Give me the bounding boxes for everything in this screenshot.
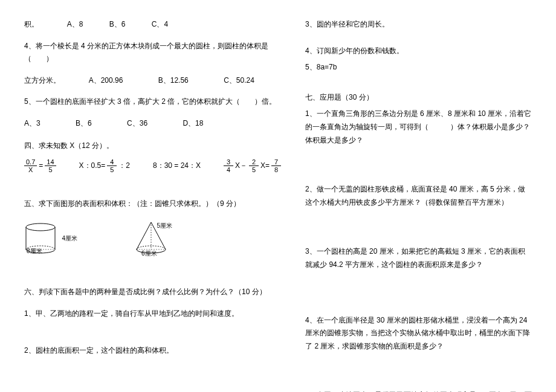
- q6-2: 2、圆柱的底面积一定，这个圆柱的高和体积。: [24, 344, 281, 358]
- app-q3: 3、一个圆柱的高是 20 厘米，如果把它的高截短 3 厘米，它的表面积就减少 9…: [305, 245, 532, 271]
- opt-d: D、18: [183, 119, 203, 127]
- q4-unit: 立方分米。: [24, 76, 60, 85]
- equations-row: 0.7X = 145 X：0.5= 45 ：2 8：30 = 24：X 34 X…: [24, 158, 281, 173]
- app-q4: 4、在一个底面半径是 30 厘米的圆柱形储水桶里，浸没着一个高为 24 厘米的圆…: [305, 314, 532, 353]
- section-7-title: 七、应用题（30 分）: [305, 91, 532, 104]
- q4-text: 4、将一个棱长是 4 分米的正方体木块削成一个最大的圆柱，则圆柱的体积是（ ）: [24, 40, 281, 66]
- figures-row: 4厘米 8厘米 5厘米 6厘米: [24, 219, 281, 255]
- cone-base-label: 6厘米: [141, 248, 157, 259]
- q6-5: 5、8a=7b: [305, 61, 532, 74]
- cylinder-height-label: 4厘米: [62, 233, 77, 244]
- equation-2: X：0.5= 45 ：2: [79, 158, 130, 173]
- q6-3: 3、圆的半径和它的周长。: [305, 18, 532, 31]
- opt-b: B、6: [76, 119, 92, 127]
- left-column: 积。 A、8 B、6 C、4 4、将一个棱长是 4 分米的正方体木块削成一个最大…: [12, 18, 293, 374]
- q5-options: A、3 B、6 C、36 D、18: [24, 117, 281, 130]
- cone-figure: 5厘米 6厘米: [133, 219, 175, 255]
- opt-a: A、8: [67, 20, 83, 28]
- q6-4: 4、订阅新少年的份数和钱数。: [305, 45, 532, 58]
- equation-1: 0.7X = 145: [24, 158, 56, 173]
- q5-text: 5、一个圆柱的底面半径扩大 3 倍，高扩大 2 倍，它的体积就扩大（ ）倍。: [24, 95, 281, 109]
- q4-options: 立方分米。 A、200.96 B、12.56 C、50.24: [24, 74, 281, 88]
- svg-line-4: [137, 222, 151, 249]
- cylinder-figure: 4厘米 8厘米: [24, 222, 60, 255]
- opt-a: A、200.96: [89, 76, 123, 85]
- opt-c: C、50.24: [224, 76, 254, 85]
- opt-b: B、12.56: [158, 76, 189, 85]
- q-prev-options: 积。 A、8 B、6 C、4: [24, 18, 281, 31]
- cone-slant-label: 5厘米: [157, 220, 172, 231]
- prev-prefix: 积。: [24, 20, 39, 28]
- opt-c: C、4: [152, 20, 168, 28]
- opt-b: B、6: [109, 20, 126, 28]
- opt-a: A、3: [24, 119, 40, 127]
- section-6-title: 六、判读下面各题中的两种量是否成比例？成什么比例？为什么？（10 分）: [24, 286, 281, 299]
- equation-4: 34 X－ 25 X= 78: [224, 158, 281, 173]
- app-q2: 2、做一个无盖的圆柱形铁皮桶，底面直径是 40 厘米，高 5 分米，做这个水桶大…: [305, 183, 532, 209]
- section-4-title: 四、求未知数 X（12 分）。: [24, 140, 281, 153]
- equation-3: 8：30 = 24：X: [153, 159, 201, 173]
- app-q5: 5、在同一张地图上，量得甲乙两地之间的图上距离是 40 厘米，乙丙两地之间的图上…: [305, 389, 532, 392]
- q6-1: 1、甲、乙两地的路程一定，骑自行车从甲地到乙地的时间和速度。: [24, 307, 281, 321]
- right-column: 3、圆的半径和它的周长。 4、订阅新少年的份数和钱数。 5、8a=7b 七、应用…: [293, 18, 544, 374]
- section-5-title: 五、求下面图形的表面积和体积：（注：圆锥只求体积。）（9 分）: [24, 198, 281, 211]
- opt-c: C、36: [127, 119, 147, 127]
- app-q1: 1、一个直角三角形的三条边分别是 6 厘米、8 厘米和 10 厘米，沿着它的一条…: [305, 108, 532, 147]
- cylinder-diameter-label: 8厘米: [27, 246, 42, 257]
- svg-point-0: [26, 223, 55, 231]
